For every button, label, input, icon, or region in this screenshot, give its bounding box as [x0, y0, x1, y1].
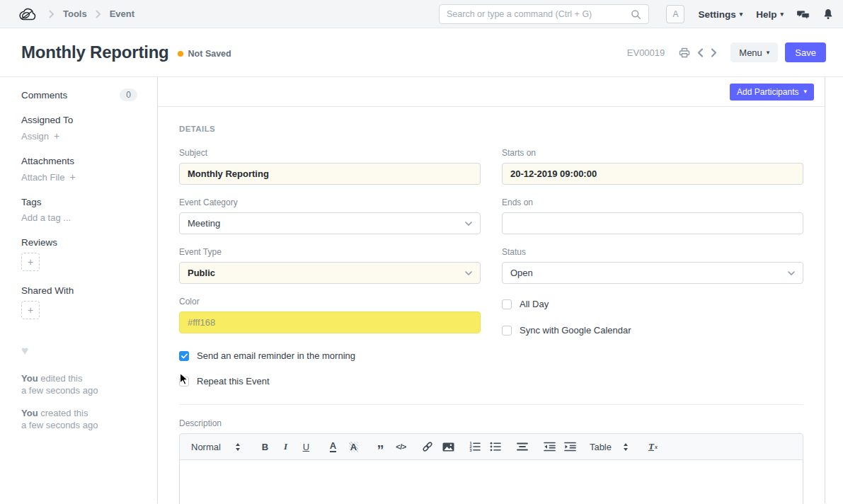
svg-text:3: 3: [470, 448, 472, 452]
avatar[interactable]: A: [666, 5, 684, 23]
repeat-event-checkbox[interactable]: [179, 377, 189, 386]
form-body: DETAILS Subject Monthly Reporting Starts…: [158, 107, 825, 504]
assign-button[interactable]: Assign +: [21, 130, 137, 142]
chevron-right-icon: [49, 10, 55, 18]
sync-google-label: Sync with Google Calendar: [520, 325, 631, 336]
navbar-actions: A Settings ▾ Help ▾: [666, 0, 833, 28]
email-reminder-checkbox[interactable]: [179, 351, 189, 361]
chevron-right-icon: [96, 10, 101, 18]
event-type-field: Event Type Public: [179, 247, 481, 284]
event-category-label: Event Category: [179, 197, 481, 207]
clear-format-button[interactable]: Tx: [646, 441, 660, 452]
description-label: Description: [179, 418, 803, 428]
updown-icon[interactable]: [619, 443, 633, 451]
email-reminder-checkbox-row[interactable]: Send an email reminder in the morning: [179, 350, 803, 361]
code-button[interactable]: </>: [394, 442, 408, 451]
status-select[interactable]: Open: [502, 262, 803, 284]
chevron-down-icon: ▾: [780, 11, 784, 18]
attach-file-label: Attach File: [21, 172, 64, 183]
outdent-icon[interactable]: [542, 442, 557, 452]
ends-on-input[interactable]: [502, 212, 803, 234]
link-icon[interactable]: [420, 441, 435, 452]
print-icon[interactable]: [675, 46, 694, 59]
add-participants-label: Add Participants: [737, 87, 798, 97]
plus-icon: +: [54, 130, 59, 142]
chat-icon[interactable]: [797, 9, 810, 20]
page-head: Monthly Reporting Not Saved EV00019 Menu…: [0, 28, 843, 77]
image-icon[interactable]: [441, 442, 456, 452]
indent-icon[interactable]: [563, 442, 578, 452]
italic-button[interactable]: I: [278, 441, 293, 452]
app-logo-icon[interactable]: [18, 6, 38, 22]
sync-google-checkbox-row[interactable]: Sync with Google Calendar: [502, 325, 803, 336]
activity-when: a few seconds ago: [21, 420, 98, 430]
bullet-list-icon[interactable]: [488, 442, 503, 452]
blockquote-button[interactable]: ”: [373, 447, 388, 453]
help-menu[interactable]: Help ▾: [756, 9, 784, 20]
save-button[interactable]: Save: [785, 42, 826, 62]
event-type-value: Public: [188, 268, 215, 278]
underline-button[interactable]: U: [299, 442, 314, 452]
add-share-button[interactable]: +: [21, 301, 40, 319]
status-badge: Not Saved: [178, 49, 231, 59]
bold-button[interactable]: B: [258, 442, 273, 452]
clear-format-glyph: T: [648, 441, 654, 452]
chevron-down-icon: [465, 271, 472, 275]
chevron-down-icon: [788, 271, 795, 275]
color-input[interactable]: #fff168: [179, 311, 481, 333]
tags-heading: Tags: [21, 197, 137, 207]
activity-entry: You edited this a few seconds ago: [21, 372, 137, 396]
ends-on-label: Ends on: [502, 197, 803, 207]
description-editor-area[interactable]: [179, 460, 803, 504]
unsaved-dot-icon: [178, 51, 183, 57]
sync-google-checkbox[interactable]: [502, 326, 512, 336]
attachments-heading: Attachments: [21, 156, 137, 166]
breadcrumb-tools[interactable]: Tools: [63, 8, 87, 19]
paragraph-style-dropdown[interactable]: Normal: [191, 442, 221, 452]
description-field: Description Normal B I U A A ” </>: [179, 418, 803, 504]
add-tag-input[interactable]: Add a tag ...: [21, 212, 137, 223]
chevron-down-icon: ▾: [767, 50, 770, 56]
subject-input[interactable]: Monthly Reporting: [179, 163, 481, 185]
add-review-button[interactable]: +: [21, 253, 40, 271]
form-main: Add Participants ▾ DETAILS Subject Month…: [158, 77, 825, 503]
starts-on-input[interactable]: 20-12-2019 09:00:00: [502, 163, 803, 185]
event-category-select[interactable]: Meeting: [179, 212, 481, 234]
updown-icon[interactable]: [231, 443, 246, 451]
activity-actor: You: [21, 373, 38, 384]
add-participants-button[interactable]: Add Participants ▾: [730, 84, 814, 101]
ordered-list-icon[interactable]: 1 2 3: [468, 442, 483, 452]
status-text: Not Saved: [188, 49, 231, 59]
starts-on-label: Starts on: [502, 148, 803, 158]
all-day-checkbox[interactable]: [502, 299, 512, 309]
text-editor-toolbar: Normal B I U A A ” </>: [179, 433, 803, 460]
settings-menu[interactable]: Settings ▾: [698, 9, 742, 20]
breadcrumb-event[interactable]: Event: [110, 8, 134, 19]
section-divider: [179, 404, 803, 405]
highlight-glyph: A: [349, 442, 358, 452]
prev-doc-chevron-icon[interactable]: [694, 47, 707, 59]
attach-file-button[interactable]: Attach File +: [21, 171, 137, 183]
highlight-button[interactable]: A: [346, 442, 361, 452]
notifications-bell-icon[interactable]: [823, 8, 833, 20]
breadcrumb: Tools Event: [49, 8, 134, 19]
right-gutter: [825, 77, 843, 503]
table-dropdown[interactable]: Table: [590, 442, 612, 452]
menu-button[interactable]: Menu ▾: [730, 42, 778, 62]
comments-link[interactable]: Comments: [21, 90, 67, 101]
subject-field: Subject Monthly Reporting: [179, 148, 481, 185]
next-doc-chevron-icon[interactable]: [707, 47, 721, 59]
assign-label: Assign: [21, 131, 49, 142]
align-icon[interactable]: [515, 442, 530, 451]
all-day-label: All Day: [520, 299, 549, 309]
color-label: Color: [179, 297, 481, 307]
event-type-select[interactable]: Public: [179, 262, 481, 284]
like-heart-icon[interactable]: ♥: [21, 345, 137, 357]
starts-on-field: Starts on 20-12-2019 09:00:00: [502, 148, 803, 185]
global-search[interactable]: [439, 4, 649, 24]
search-input[interactable]: [447, 9, 631, 19]
repeat-event-checkbox-row[interactable]: Repeat this Event: [179, 376, 803, 386]
navbar: Tools Event A Settings ▾ Help ▾: [0, 0, 843, 28]
all-day-checkbox-row[interactable]: All Day: [502, 299, 803, 309]
text-color-button[interactable]: A: [326, 441, 340, 452]
